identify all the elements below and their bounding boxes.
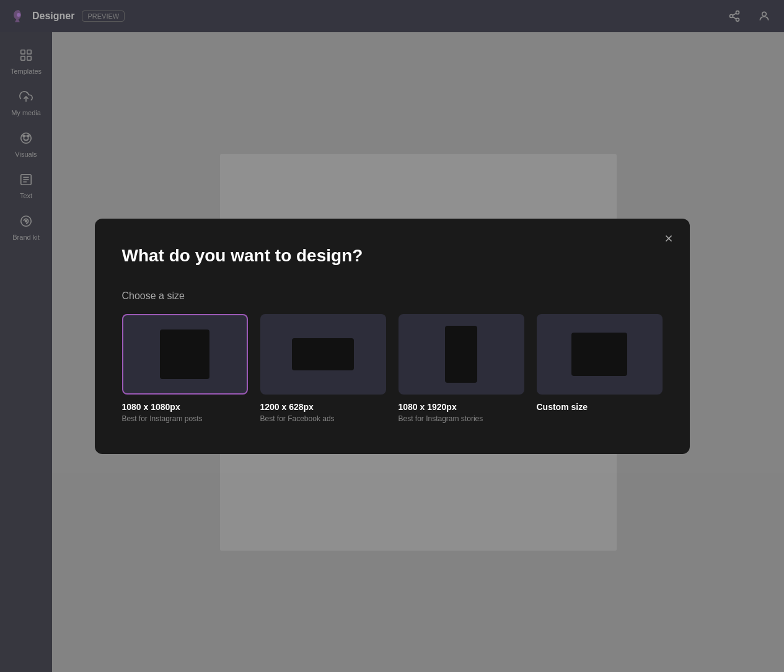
size-info-custom: Custom size: [537, 402, 663, 414]
modal-title: What do you want to design?: [122, 246, 663, 266]
size-desc-landscape: Best for Facebook ads: [260, 414, 386, 423]
size-desc-square: Best for Instagram posts: [122, 414, 248, 423]
size-desc-portrait: Best for Instagram stories: [399, 414, 524, 423]
size-preview-custom: [537, 314, 663, 395]
size-dim-landscape: 1200 x 628px: [260, 402, 386, 412]
size-info-portrait: 1080 x 1920px Best for Instagram stories: [399, 402, 524, 423]
size-inner-portrait: [445, 326, 477, 383]
size-inner-custom: [571, 333, 627, 376]
modal-close-button[interactable]: [659, 229, 679, 248]
size-preview-landscape: [260, 314, 386, 395]
size-dim-custom: Custom size: [537, 402, 663, 412]
size-info-landscape: 1200 x 628px Best for Facebook ads: [260, 402, 386, 423]
size-info-square: 1080 x 1080px Best for Instagram posts: [122, 402, 248, 423]
size-card-portrait[interactable]: 1080 x 1920px Best for Instagram stories: [399, 314, 524, 423]
size-inner-landscape: [292, 338, 354, 370]
size-dim-square: 1080 x 1080px: [122, 402, 248, 412]
size-preview-square: [122, 314, 248, 395]
size-card-landscape[interactable]: 1200 x 628px Best for Facebook ads: [260, 314, 386, 423]
section-label: Choose a size: [122, 290, 663, 302]
size-preview-portrait: [399, 314, 524, 395]
design-modal: What do you want to design? Choose a siz…: [95, 219, 690, 454]
size-cards-container: 1080 x 1080px Best for Instagram posts 1…: [122, 314, 663, 423]
size-card-custom[interactable]: Custom size: [537, 314, 663, 423]
size-dim-portrait: 1080 x 1920px: [399, 402, 524, 412]
modal-overlay: What do you want to design? Choose a siz…: [0, 0, 784, 672]
size-card-square[interactable]: 1080 x 1080px Best for Instagram posts: [122, 314, 248, 423]
size-inner-square: [160, 329, 209, 379]
